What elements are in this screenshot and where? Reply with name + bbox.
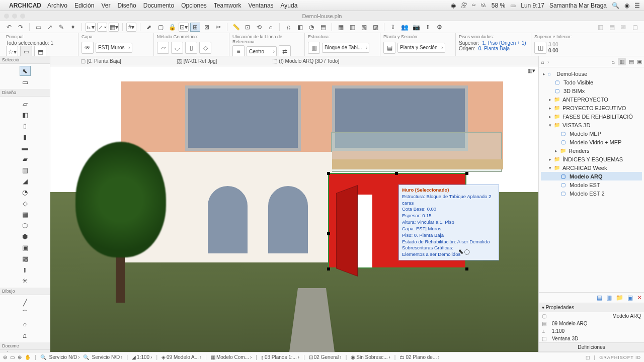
roof-tool[interactable]: ◢ xyxy=(20,176,31,186)
nav-folder[interactable]: ▸📁FASES DE REHABILITACIÓ xyxy=(541,112,642,121)
trim-button[interactable]: ✂ xyxy=(213,23,223,32)
menu-diseno[interactable]: Diseño xyxy=(117,2,136,9)
tab-modelo-3d[interactable]: ⬚(!) Modelo ARQ [3D / Todo] xyxy=(272,58,339,64)
release-button[interactable]: ▤ xyxy=(607,23,617,32)
bot-value[interactable]: 0.00 xyxy=(548,48,558,53)
measure-button[interactable]: 📏 xyxy=(231,23,241,32)
prop-new-button[interactable]: ▥ xyxy=(606,294,612,301)
arrow-tool[interactable]: ⬉ xyxy=(20,66,31,76)
object-tool[interactable]: ⬢ xyxy=(20,231,31,241)
railing-tool[interactable]: ⫿ xyxy=(20,264,31,275)
nav-folder[interactable]: ▸📁ÍNDICES Y ESQUEMAS xyxy=(541,155,642,163)
wifi-icon[interactable]: ⌔ xyxy=(472,2,475,9)
menu-edicion[interactable]: Edición xyxy=(74,2,94,9)
prop-window[interactable]: Ventana 3D xyxy=(552,336,578,341)
traffic-lights[interactable] xyxy=(4,14,25,19)
menu-ayuda[interactable]: Ayuda xyxy=(281,2,298,9)
eyedropper-button[interactable]: ✎ xyxy=(56,23,66,32)
nav-home-button[interactable]: ⌂ xyxy=(541,59,544,65)
guide-3-button[interactable]: ▦▾ xyxy=(109,23,119,32)
mesh-tool[interactable]: ▩ xyxy=(20,253,31,263)
origen-value[interactable]: 0. Planta Baja xyxy=(478,46,510,51)
curtain-wall-tool[interactable]: ▦ xyxy=(20,209,31,219)
status-service-2[interactable]: Servicio N/D › xyxy=(92,354,123,360)
gravity-button[interactable]: ⊠ xyxy=(202,23,212,32)
layout-4-button[interactable]: ▨ xyxy=(370,23,380,32)
section-button[interactable]: ⎌ xyxy=(283,23,293,32)
menu-documento[interactable]: Documento xyxy=(143,2,174,9)
nav-item-selected[interactable]: ▢Modelo ARQ xyxy=(541,172,642,180)
rect-tool-button[interactable]: ▢ xyxy=(155,23,166,32)
prop-save-button[interactable]: ▤ xyxy=(597,294,602,301)
messages-button[interactable]: ✉ xyxy=(618,23,628,32)
layout-2-button[interactable]: ▥ xyxy=(347,23,357,32)
graphisoft-id-button[interactable]: ◫ | GRAPHISOFT ID xyxy=(586,355,641,360)
menu-extras-icon[interactable]: ☰ xyxy=(634,2,640,9)
nav-root[interactable]: ▸⌂DemoHouse xyxy=(541,69,642,78)
cloud-icon[interactable]: ⛈ xyxy=(461,2,467,9)
elevation-button[interactable]: ◧ xyxy=(295,23,305,32)
struct-dropdown[interactable]: Bloque de Tabi... xyxy=(322,43,369,53)
nav-layout-button[interactable]: ▤ xyxy=(629,58,634,65)
nav-project-button[interactable]: ⌂ xyxy=(611,59,615,65)
menu-teamwork[interactable]: Teamwork xyxy=(214,2,242,9)
nav-item[interactable]: ▢Modelo MEP xyxy=(541,129,642,138)
cc-icon[interactable]: ◉ xyxy=(451,2,456,9)
menu-archivo[interactable]: Archivo xyxy=(47,2,67,9)
pan-button[interactable]: ✋ xyxy=(25,354,31,360)
view-options-button[interactable]: ▥▾ xyxy=(527,67,535,74)
status-scale[interactable]: ◢ 1:100 › xyxy=(132,354,152,360)
user-name[interactable]: Samantha Mar Braga xyxy=(549,2,607,9)
nav-view-button[interactable]: ▥ xyxy=(618,58,626,65)
detail-button[interactable]: ◔ xyxy=(306,23,316,32)
zoom-in-button[interactable]: ⊕ xyxy=(18,354,22,360)
prop-folder-button[interactable]: 📁 xyxy=(616,294,623,301)
nav-folder[interactable]: ▾📁ARCHICAD Week xyxy=(541,163,642,172)
zoom-out-button[interactable]: ⊖ xyxy=(3,354,7,360)
status-dim[interactable]: 🗀 02 Plano de... › xyxy=(399,354,439,360)
morph-tool[interactable]: ⬡ xyxy=(20,220,31,230)
prop-view-name[interactable]: Modelo ARQ xyxy=(612,313,641,319)
status-pens[interactable]: ⫿ 03 Planos 1:... › xyxy=(261,354,299,360)
tab-ref-jpg[interactable]: 🖼[W-01 Ref Jpg] xyxy=(177,58,217,64)
nav-item[interactable]: ▢Modelo Vidrio + MEP xyxy=(541,138,642,146)
refline-dropdown[interactable]: Centro xyxy=(247,46,277,56)
snap-button[interactable]: ⊡▾ xyxy=(179,23,189,32)
guide-2-button[interactable]: ⟋▾ xyxy=(97,23,107,32)
nav-folder[interactable]: ▸📁Renders xyxy=(541,146,642,155)
prev-zoom-button[interactable]: 🔍 xyxy=(40,354,46,360)
nav-folder[interactable]: ▸📁ANTEPROYECTO xyxy=(541,95,642,104)
arc-tool[interactable]: ⌒ xyxy=(20,308,31,318)
prop-scale[interactable]: 1:100 xyxy=(552,328,565,334)
top-value[interactable]: 3.00 xyxy=(548,42,558,47)
status-layers[interactable]: ◈ 09 Modelo A... › xyxy=(162,354,201,360)
window-tool[interactable]: ▯ xyxy=(20,121,31,131)
refline-icon-button[interactable]: ≡ xyxy=(232,45,245,57)
fit-button[interactable]: ⊡ xyxy=(243,23,253,32)
slab-tool[interactable]: ▰ xyxy=(20,154,31,164)
properties-header[interactable]: ▾ Propiedades xyxy=(539,303,644,312)
planta-dropdown[interactable]: Planta y Sección xyxy=(397,43,445,53)
zone-tool[interactable]: ▣ xyxy=(20,242,31,252)
layout-3-button[interactable]: ▧ xyxy=(359,23,369,32)
guide-1-button[interactable]: ⊾▾ xyxy=(86,23,96,32)
lock-button[interactable]: 🔒 xyxy=(167,23,177,32)
refline-flip-button[interactable]: ⇄ xyxy=(279,45,291,57)
text-button[interactable]: 𝐈 xyxy=(423,23,433,32)
profile-button[interactable]: ◫ xyxy=(534,42,546,54)
redo-button[interactable]: ↷ xyxy=(16,23,26,32)
worksheet-button[interactable]: ▤ xyxy=(318,23,328,32)
layer-vis-button[interactable]: 👁 xyxy=(82,42,94,54)
nav-item[interactable]: ▢Modelo EST 2 xyxy=(541,189,642,198)
3d-viewport[interactable]: Muro (Seleccionado) Estructura: Bloque d… xyxy=(50,66,538,352)
status-reno[interactable]: ⊡ 02 General › xyxy=(309,354,342,360)
grid-button[interactable]: #▾ xyxy=(126,23,136,32)
spotlight-icon[interactable]: 🔍 xyxy=(612,2,619,9)
camera-button[interactable]: 📷 xyxy=(411,23,421,32)
planta-icon-button[interactable]: ▤ xyxy=(383,42,395,54)
nav-item[interactable]: ▢Todo Visible xyxy=(541,78,642,86)
shell-tool[interactable]: ◔ xyxy=(20,187,31,197)
prop-delete-button[interactable]: ✕ xyxy=(637,294,642,301)
magic-wand-button[interactable]: ✦ xyxy=(68,23,78,32)
teamwork-button[interactable]: 👥 xyxy=(399,23,410,32)
